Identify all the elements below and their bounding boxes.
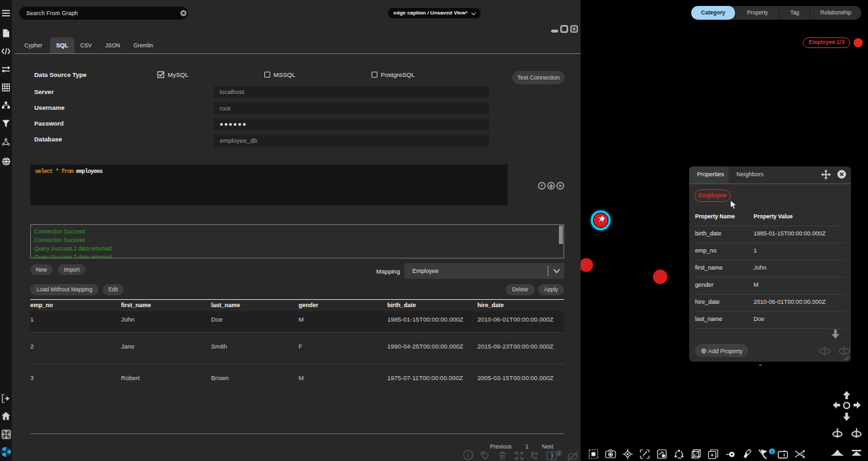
svg-text:1: 1	[558, 451, 560, 456]
svg-text:1: 1	[771, 449, 773, 455]
